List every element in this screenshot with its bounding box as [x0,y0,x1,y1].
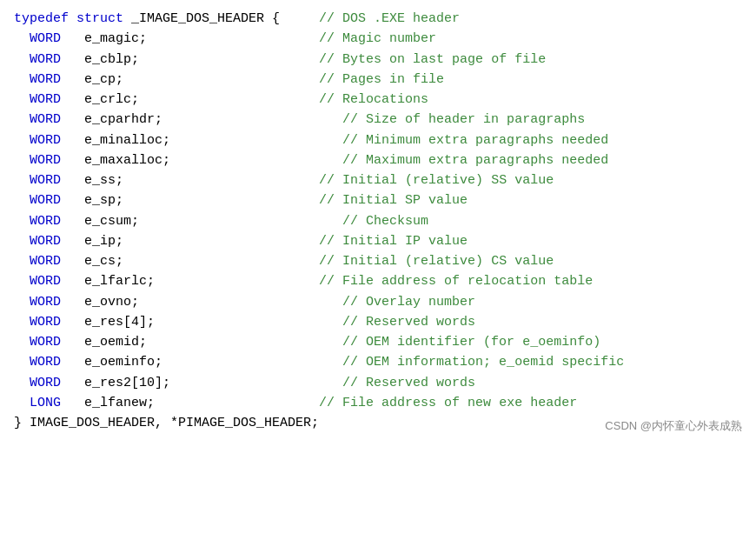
code-line-3: WORD e_cblp; // Bytes on last page of fi… [14,50,742,70]
code-line-19: WORD e_res2[10]; // Reserved words [14,373,742,393]
comment-1: // DOS .EXE header [319,11,460,26]
comment-20: // File address of new exe header [319,396,577,410]
keyword-word-9: WORD [30,193,61,208]
code-line-10: WORD e_sp; // Initial SP value [14,190,742,210]
code-line-2: WORD e_magic; // Magic number [14,29,742,49]
keyword-word-4: WORD [30,92,61,107]
code-line-4: WORD e_cp; // Pages in file [14,70,742,90]
code-line-9: WORD e_ss; // Initial (relative) SS valu… [14,170,742,190]
code-line-15: WORD e_ovno; // Overlay number [14,292,742,312]
code-container: typedef struct _IMAGE_DOS_HEADER { // DO… [0,0,756,442]
code-line-14: WORD e_lfarlc; // File address of reloca… [14,271,742,291]
comment-11: // Checksum [342,214,428,229]
comment-14: // File address of relocation table [319,274,593,289]
code-line-7: WORD e_minalloc; // Minimum extra paragr… [14,130,742,150]
keyword-word-18: WORD [30,376,61,390]
comment-6: // Size of header in paragraphs [342,112,585,127]
keyword-word-11: WORD [30,234,61,249]
keyword-struct: struct [76,11,123,26]
comment-17: // OEM identifier (for e_oeminfo) [342,335,600,350]
code-line-12: WORD e_ip; // Initial IP value [14,231,742,251]
code-line-5: WORD e_crlc; // Relocations [14,90,742,110]
comment-8: // Maximum extra paragraphs needed [342,153,608,168]
comment-18: // OEM information; e_oemid specific [342,355,624,370]
keyword-word-12: WORD [30,254,61,269]
comment-15: // Overlay number [342,295,475,310]
keyword-word-14: WORD [30,295,61,310]
comment-7: // Minimum extra paragraphs needed [342,133,608,148]
keyword-word-13: WORD [30,274,61,289]
keyword-word-15: WORD [30,315,61,330]
keyword-word-17: WORD [30,355,61,370]
comment-9: // Initial (relative) SS value [319,173,554,188]
code-line-20: LONG e_lfanew; // File address of new ex… [14,393,742,413]
code-line-17: WORD e_oemid; // OEM identifier (for e_o… [14,332,742,352]
code-line-16: WORD e_res[4]; // Reserved words [14,312,742,332]
code-line-8: WORD e_maxalloc; // Maximum extra paragr… [14,150,742,170]
comment-3: // Bytes on last page of file [319,52,546,67]
comment-4: // Pages in file [319,72,444,87]
comment-12: // Initial IP value [319,234,468,249]
keyword-word-8: WORD [30,173,61,188]
keyword-word-1: WORD [30,31,61,46]
keyword-word-16: WORD [30,335,61,350]
keyword-word-3: WORD [30,72,61,87]
keyword-typedef: typedef [14,11,69,26]
keyword-long: LONG [30,396,61,410]
code-line-6: WORD e_cparhdr; // Size of header in par… [14,110,742,130]
keyword-word-7: WORD [30,153,61,168]
comment-5: // Relocations [319,92,428,107]
comment-16: // Reserved words [342,315,475,330]
code-line-13: WORD e_cs; // Initial (relative) CS valu… [14,251,742,271]
code-line-11: WORD e_csum; // Checksum [14,211,742,231]
comment-13: // Initial (relative) CS value [319,254,554,269]
comment-10: // Initial SP value [319,193,468,208]
code-line-1: typedef struct _IMAGE_DOS_HEADER { // DO… [14,9,742,29]
comment-2: // Magic number [319,31,436,46]
keyword-word-5: WORD [30,112,61,127]
keyword-word-10: WORD [30,214,61,229]
watermark: CSDN @内怀童心外表成熟 [605,417,742,435]
keyword-word-2: WORD [30,52,61,67]
comment-19: // Reserved words [342,376,475,390]
code-line-18: WORD e_oeminfo; // OEM information; e_oe… [14,352,742,372]
keyword-word-6: WORD [30,133,61,148]
